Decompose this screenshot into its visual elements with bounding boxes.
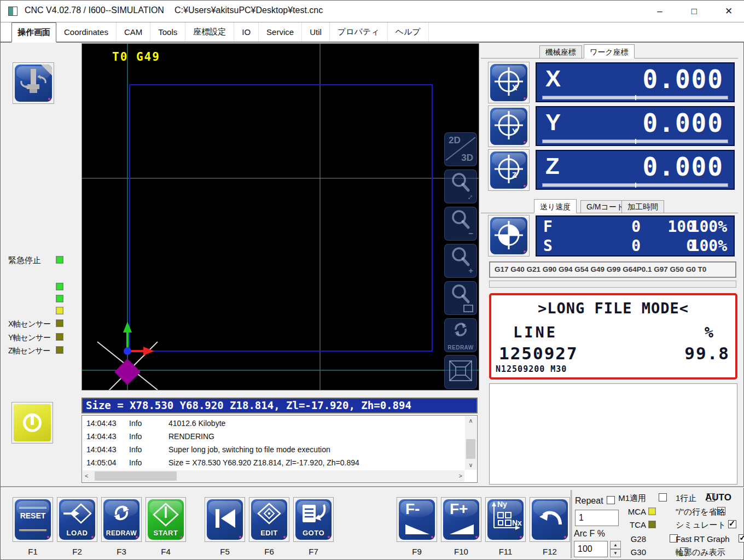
program-display-area	[489, 383, 737, 485]
scroll-left-icon[interactable]: <	[85, 472, 88, 479]
maximize-button[interactable]: □	[682, 1, 707, 22]
view-perspective-button[interactable]	[444, 355, 477, 389]
redraw-button[interactable]: REDRAW	[101, 497, 142, 542]
reset-button[interactable]: RESET	[13, 497, 53, 542]
scrollbar-thumb[interactable]	[95, 471, 177, 481]
line-label: LINE	[513, 324, 557, 341]
axis-x-zero-button[interactable]: X	[488, 62, 530, 103]
menu-item-util[interactable]: Util	[302, 22, 330, 42]
simulation-canvas[interactable]: T0 G49 2D 3D ↔ − +	[82, 43, 479, 390]
zoom-window-button[interactable]	[444, 281, 477, 315]
array-nesting-button[interactable]: Ny Nx	[485, 497, 526, 542]
app-icon	[8, 7, 18, 16]
tca-label: TCA	[597, 520, 646, 529]
long-file-mode-title: >LONG FILE MODE<	[491, 300, 735, 317]
load-button[interactable]: LOAD	[57, 497, 97, 542]
scroll-up-icon[interactable]: ∧	[465, 417, 476, 424]
axis-value: 0.000	[643, 108, 724, 138]
scrollbar-thumb[interactable]	[466, 439, 475, 459]
axis-z-zero-button[interactable]: Z	[488, 149, 530, 191]
mca-label: MCA	[597, 507, 646, 516]
f-minus-label: F-	[405, 500, 420, 518]
svg-text:X: X	[512, 83, 518, 92]
canvas-modal-status: T0 G49	[112, 50, 160, 63]
log-level: Info	[129, 445, 158, 454]
goto-button[interactable]: GOTO	[293, 497, 334, 542]
simulate-label: シミュレート	[676, 520, 726, 530]
svg-text:Nx: Nx	[512, 518, 522, 527]
goto-label: GOTO	[295, 529, 332, 537]
back-button[interactable]	[530, 497, 570, 542]
fkey-label-f9: F9	[397, 547, 437, 556]
rewind-button[interactable]	[205, 497, 245, 542]
start-label: START	[148, 529, 184, 537]
z-coordinate-display: Z 0.000	[536, 150, 735, 190]
tca-led	[648, 521, 656, 528]
menu-item-coordinates[interactable]: Coordinates	[56, 22, 117, 42]
message-log[interactable]: 14:04:43 Info 41012.6 Kilobyte 14:04:43 …	[82, 415, 478, 483]
tab-feed-rate[interactable]: 送り速度	[534, 199, 577, 213]
log-row: 14:04:43 Info RENDERING	[86, 432, 461, 445]
y-coordinate-display: Y 0.000	[536, 106, 735, 146]
menu-item-coordinate-settings[interactable]: 座標設定	[185, 22, 234, 42]
percent-label: %	[705, 324, 713, 341]
canvas-redraw-button[interactable]: REDRAW	[444, 318, 477, 352]
toolpath-graphics	[82, 44, 479, 390]
minimize-icon: –	[657, 6, 662, 16]
log-vertical-scrollbar[interactable]: ∧ ∨	[465, 416, 476, 470]
simulate-checkbox[interactable]	[728, 520, 736, 528]
skip-slash-lines-label: "/"の行を省略	[676, 507, 725, 517]
scroll-down-icon[interactable]: ∨	[465, 462, 476, 469]
datum-button[interactable]	[488, 215, 530, 256]
tab-work-coords[interactable]: ワーク座標	[584, 44, 635, 59]
menu-item-help[interactable]: ヘルプ	[388, 22, 429, 42]
axis-value: 0.000	[643, 152, 724, 182]
tab-machine-coords[interactable]: 機械座標	[539, 45, 582, 58]
fkey-label-f7: F7	[293, 547, 334, 556]
tool-setup-button[interactable]	[13, 62, 54, 104]
log-level: Info	[129, 432, 158, 441]
axis-y-zero-button[interactable]: Y	[488, 106, 530, 147]
close-button[interactable]: ✕	[716, 1, 741, 22]
spindle-override: 100%	[690, 237, 727, 255]
fkey-label-f6: F6	[249, 547, 289, 556]
feed-speed-display: F 0 100 100% S 0 0 100%	[536, 215, 735, 256]
zoom-out-button[interactable]: −	[444, 207, 477, 241]
load-label: LOAD	[59, 529, 95, 537]
feed-decrease-button[interactable]: F-	[397, 497, 437, 542]
log-time: 14:04:43	[86, 445, 123, 454]
menu-item-service[interactable]: Service	[259, 22, 302, 42]
z-axis-sensor-label: Z軸センサー	[8, 346, 50, 356]
menu-item-tools[interactable]: Tools	[150, 22, 185, 42]
progress-bar	[489, 281, 736, 288]
menu-item-cam[interactable]: CAM	[117, 22, 150, 42]
maximize-icon: □	[691, 6, 697, 16]
fkey-label-f4: F4	[146, 547, 186, 556]
fast-rt-graph-checkbox[interactable]	[739, 534, 744, 542]
menu-item-operation-screen[interactable]: 操作画面	[11, 22, 56, 43]
edit-button[interactable]: EDIT	[249, 497, 289, 542]
feed-increase-button[interactable]: F+	[441, 497, 481, 542]
status-led-2	[56, 295, 63, 302]
line-value: 1250927	[499, 343, 578, 363]
zoom-fit-button[interactable]: ↔	[444, 170, 477, 203]
redraw-label: REDRAW	[445, 345, 476, 351]
axis-letter: Z	[545, 153, 560, 179]
start-button[interactable]: START	[146, 497, 186, 542]
log-horizontal-scrollbar[interactable]: < >	[83, 470, 464, 482]
minimize-button[interactable]: –	[647, 1, 672, 22]
machine-power-button[interactable]	[11, 402, 53, 444]
menu-item-io[interactable]: IO	[234, 22, 259, 42]
single-line-stop-label: 1行止	[676, 493, 696, 504]
feed-override: 100%	[690, 218, 727, 236]
tab-machining-time[interactable]: 加工時間	[621, 200, 664, 213]
3d-label: 3D	[461, 153, 473, 164]
m1-apply-checkbox[interactable]	[659, 493, 667, 501]
close-icon: ✕	[725, 6, 733, 16]
view-2d3d-button[interactable]: 2D 3D	[444, 132, 477, 166]
increasing-wedge-icon	[447, 518, 476, 536]
log-row: 14:04:43 Info 41012.6 Kilobyte	[86, 419, 461, 432]
scroll-right-icon[interactable]: >	[459, 472, 462, 479]
menu-item-properties[interactable]: プロパティ	[330, 22, 388, 42]
zoom-in-button[interactable]: +	[444, 244, 477, 278]
